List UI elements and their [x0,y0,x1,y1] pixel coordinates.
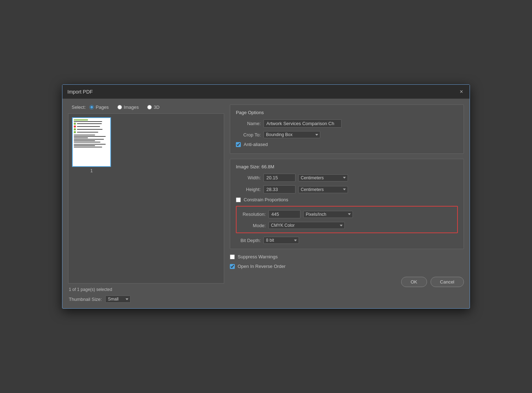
suppress-row: Suppress Warnings [230,254,464,259]
resolution-unit-select[interactable]: Pixels/Inch Pixels/Centimeter [303,211,353,218]
pages-radio-label[interactable]: Pages [89,105,111,110]
constrain-checkbox[interactable] [236,197,241,202]
bit-depth-select[interactable]: 8 bit 16 bit 32 bit [264,237,299,244]
crop-to-select[interactable]: Bounding Box Media Box Trim Box Bleed Bo… [264,131,320,138]
footer-checks: Suppress Warnings Open In Reverse Order [230,254,464,270]
width-input[interactable] [264,174,295,182]
anti-aliased-label[interactable]: Anti-aliased [244,142,268,147]
thumbnail-area: 1 [68,113,224,283]
page-options-title: Page Options [236,110,458,115]
anti-aliased-checkbox[interactable] [236,142,241,147]
right-panel: Page Options Name: Crop To: Bounding Box… [230,105,464,303]
dialog-buttons: OK Cancel [230,277,464,287]
reverse-label[interactable]: Open In Reverse Order [238,264,286,269]
name-input[interactable] [264,119,342,128]
thumbnail-number: 1 [90,168,93,173]
mode-row: Mode: Bitmap Grayscale RGB Color CMYK Co… [241,222,453,229]
pages-radio-text: Pages [96,105,109,110]
cancel-button[interactable]: Cancel [431,277,464,287]
select-label: Select: [72,105,86,110]
height-row: Height: Centimeters Inches Pixels Millim… [236,185,458,193]
image-size-section: Image Size: 66.8M Width: Centimeters Inc… [230,159,464,249]
pages-selected-info: 1 of 1 page(s) selected [68,287,224,292]
anti-aliased-row: Anti-aliased [236,142,458,147]
constrain-row: Constrain Proportions [236,197,458,202]
mode-select[interactable]: Bitmap Grayscale RGB Color CMYK Color La… [268,222,345,229]
mode-label: Mode: [241,223,266,228]
height-unit-select[interactable]: Centimeters Inches Pixels Millimeters [298,186,348,193]
reverse-checkbox[interactable] [230,264,235,269]
3d-radio[interactable] [147,105,152,110]
dialog-body: Select: Pages Images 3D [62,99,470,308]
height-input[interactable] [264,185,295,193]
thumbnail-item[interactable]: 1 [72,117,111,173]
page-options-section: Page Options Name: Crop To: Bounding Box… [230,105,464,154]
resolution-label: Resolution: [241,212,266,217]
width-unit-select[interactable]: Centimeters Inches Pixels Millimeters [298,174,348,181]
left-panel: Select: Pages Images 3D [68,105,224,303]
bit-depth-row: Bit Depth: 8 bit 16 bit 32 bit [236,237,458,244]
suppress-label[interactable]: Suppress Warnings [238,254,278,259]
ok-button[interactable]: OK [401,277,427,287]
width-label: Width: [236,175,261,180]
images-radio[interactable] [117,105,122,110]
height-label: Height: [236,187,261,192]
constrain-label[interactable]: Constrain Proportions [244,197,288,202]
suppress-checkbox[interactable] [230,254,235,259]
close-button[interactable]: × [458,89,465,95]
reverse-row: Open In Reverse Order [230,264,464,269]
highlighted-resolution-mode-box: Resolution: Pixels/Inch Pixels/Centimete… [236,206,458,233]
name-label: Name: [236,121,261,126]
crop-to-label: Crop To: [236,132,261,137]
width-row: Width: Centimeters Inches Pixels Millime… [236,174,458,182]
crop-to-row: Crop To: Bounding Box Media Box Trim Box… [236,131,458,138]
image-size-title: Image Size: 66.8M [236,164,458,169]
pages-radio[interactable] [89,105,94,110]
images-radio-text: Images [124,105,139,110]
thumbnail-size-select[interactable]: Small Medium Large [105,296,131,303]
import-pdf-dialog: Import PDF × Select: Pages Images 3D [62,84,470,309]
thumbnail-size-label: Thumbnail Size: [69,297,102,302]
dialog-titlebar: Import PDF × [62,85,470,99]
resolution-input[interactable] [268,210,300,218]
select-row: Select: Pages Images 3D [68,105,224,110]
name-row: Name: [236,119,458,128]
thumbnail-image [72,117,111,167]
dialog-title: Import PDF [67,89,93,95]
bit-depth-label: Bit Depth: [236,238,261,243]
3d-radio-text: 3D [154,105,160,110]
resolution-row: Resolution: Pixels/Inch Pixels/Centimete… [241,210,453,218]
images-radio-label[interactable]: Images [117,105,141,110]
thumbnail-size-row: Thumbnail Size: Small Medium Large [68,296,224,303]
3d-radio-label[interactable]: 3D [147,105,162,110]
